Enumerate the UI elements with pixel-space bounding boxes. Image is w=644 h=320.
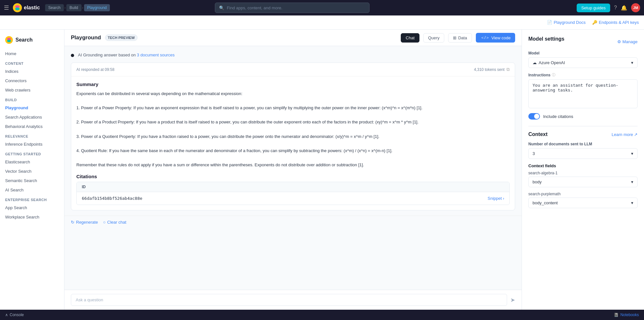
index1-field-dropdown[interactable]: body ▾ — [528, 177, 638, 187]
sidebar-item-playground[interactable]: Playground — [0, 103, 64, 112]
sidebar-item-ai-search[interactable]: AI Search — [0, 185, 64, 195]
context-section: Context Learn more ↗ Number of documents… — [528, 131, 638, 208]
breadcrumb-build[interactable]: Build — [66, 4, 82, 11]
sidebar-item-indices[interactable]: Indices — [0, 67, 64, 76]
playground-title: Playground — [71, 34, 101, 41]
citation-row: 66dafb154b8bf526ab4ac88e Snippet › — [77, 192, 509, 205]
divider — [528, 126, 638, 126]
tab-chat[interactable]: Chat — [401, 33, 419, 43]
secondary-nav: 📄 Playground Docs 🔑 Endpoints & API keys — [0, 15, 644, 30]
sidebar-item-semantic-search[interactable]: Semantic Search — [0, 176, 64, 185]
breadcrumb-build-label: Build — [70, 5, 78, 10]
include-citations-label: Include citations — [543, 114, 573, 119]
global-search-input[interactable] — [227, 5, 365, 10]
sidebar-item-web-crawlers[interactable]: Web crawlers — [0, 85, 64, 95]
setup-guides-button[interactable]: Setup guides — [577, 4, 610, 12]
sidebar-item-home[interactable]: Home — [0, 49, 64, 58]
top-nav: ☰ elastic Search › Build › Playground 🔍 … — [0, 0, 644, 15]
summary-text: Exponents can be distributed in several … — [76, 90, 510, 169]
chat-input[interactable] — [71, 294, 507, 306]
breadcrumb: Search › Build › Playground — [45, 4, 110, 11]
chat-dot — [71, 54, 74, 57]
include-citations-toggle[interactable] — [528, 113, 540, 120]
summary-title: Summary — [76, 82, 510, 87]
sidebar-section-getting-started: Getting started — [0, 149, 64, 157]
context-fields-label: Context fields — [528, 163, 638, 168]
chat-container: AI Grounding answer based on 3 document … — [64, 46, 522, 290]
model-settings-section: Model settings ⚙ Manage Model ☁ Azure Op… — [528, 36, 638, 120]
sidebar-header: Search — [0, 34, 64, 49]
index2-field-dropdown[interactable]: body_content ▾ — [528, 198, 638, 208]
doc-icon: 📄 — [547, 20, 552, 25]
num-docs-label: Number of documents sent to LLM — [528, 142, 638, 146]
copy-icon[interactable]: ⧉ — [506, 67, 510, 72]
instructions-textarea[interactable]: You are an assistant for question-answer… — [528, 79, 638, 108]
external-link-icon: ↗ — [634, 132, 638, 137]
model-dropdown[interactable]: ☁ Azure OpenAI ▾ — [528, 57, 638, 68]
model-field-label: Model — [528, 51, 638, 55]
global-search-bar[interactable]: 🔍 — [215, 3, 370, 13]
model-settings-header-row: Model settings ⚙ Manage — [528, 36, 638, 47]
elastic-logo: elastic — [13, 3, 40, 12]
citation-id: 66dafb154b8bf526ab4ac88e — [82, 196, 142, 201]
breadcrumb-playground[interactable]: Playground — [84, 4, 110, 11]
sidebar-item-connectors[interactable]: Connectors — [0, 76, 64, 85]
send-icon: ➤ — [510, 297, 515, 303]
chat-input-area: ➤ — [64, 290, 522, 310]
notebook-icon: 📓 — [614, 313, 619, 317]
chevron-down-icon: ▾ — [631, 60, 633, 65]
breadcrumb-playground-label: Playground — [87, 5, 107, 10]
sidebar-item-behavioral-analytics[interactable]: Behavioral Analytics — [0, 122, 64, 131]
settings-icon: ⚙ — [617, 39, 621, 44]
console-toggle[interactable]: ∧ Console — [5, 313, 24, 317]
citations-table: ID 66dafb154b8bf526ab4ac88e Snippet › — [76, 182, 510, 205]
azure-icon: ☁ — [533, 60, 537, 65]
context-title-row: Context Learn more ↗ — [528, 131, 638, 137]
sidebar-item-search-applications[interactable]: Search Applications — [0, 112, 64, 122]
sidebar-item-inference-endpoints[interactable]: Inference Endpoints — [0, 140, 64, 149]
playground-header: Playground TECH PREVIEW Chat Query ⊞ Dat… — [64, 30, 522, 46]
toggle-knob — [534, 114, 539, 119]
clear-chat-button[interactable]: ○ Clear chat — [103, 220, 126, 225]
grounding-message: AI Grounding answer based on 3 document … — [64, 46, 522, 57]
document-sources-link[interactable]: 3 document sources — [137, 53, 175, 57]
snippet-link[interactable]: Snippet › — [488, 196, 504, 201]
main-content: Playground TECH PREVIEW Chat Query ⊞ Dat… — [64, 30, 644, 310]
sidebar-item-workplace-search[interactable]: Workplace Search — [0, 212, 64, 222]
manage-link[interactable]: ⚙ Manage — [617, 39, 638, 44]
notebooks-link[interactable]: 📓 Notebooks — [614, 313, 639, 317]
hamburger-menu[interactable]: ☰ — [4, 4, 9, 11]
grounding-text: AI Grounding answer based on 3 document … — [78, 53, 175, 57]
tab-query[interactable]: Query — [423, 33, 444, 43]
view-code-button[interactable]: ＜/＞ View code — [476, 33, 515, 43]
breadcrumb-search[interactable]: Search — [45, 4, 64, 11]
endpoints-api-keys-link[interactable]: 🔑 Endpoints & API keys — [592, 20, 639, 25]
code-icon: ＜/＞ — [480, 35, 490, 41]
learn-more-link[interactable]: Learn more ↗ — [612, 132, 638, 137]
sidebar-item-app-search[interactable]: App Search — [0, 203, 64, 212]
ai-response-header: AI responded at 09:58 4,310 tokens sent … — [71, 63, 515, 76]
sidebar-item-elasticsearch[interactable]: Elasticsearch — [0, 157, 64, 167]
help-icon[interactable]: ? — [614, 5, 617, 11]
clear-icon: ○ — [103, 220, 106, 225]
context-title: Context — [528, 131, 548, 137]
info-icon: ⓘ — [552, 73, 555, 77]
ai-response-card: AI responded at 09:58 4,310 tokens sent … — [71, 63, 515, 210]
include-citations-row: Include citations — [528, 113, 638, 120]
tokens-sent: 4,310 tokens sent ⧉ — [474, 67, 510, 72]
sidebar-section-content: Content — [0, 58, 64, 67]
num-docs-dropdown[interactable]: 3 ▾ — [528, 148, 638, 159]
svg-point-5 — [7, 40, 11, 42]
chevron-down-icon-4: ▾ — [631, 200, 633, 205]
data-button[interactable]: ⊞ Data — [448, 33, 472, 43]
sidebar-item-vector-search[interactable]: Vector Search — [0, 167, 64, 176]
chevron-up-icon: ∧ — [5, 313, 8, 317]
playground-docs-link[interactable]: 📄 Playground Docs — [547, 20, 586, 25]
notifications-icon[interactable]: 🔔 — [621, 5, 627, 11]
user-avatar[interactable]: JM — [631, 3, 640, 12]
send-button[interactable]: ➤ — [510, 296, 515, 304]
breadcrumb-search-label: Search — [48, 5, 61, 10]
bottom-bar: ∧ Console 📓 Notebooks — [0, 310, 644, 320]
ai-responded-time: AI responded at 09:58 — [76, 67, 114, 72]
regenerate-button[interactable]: ↻ Regenerate — [71, 220, 98, 225]
